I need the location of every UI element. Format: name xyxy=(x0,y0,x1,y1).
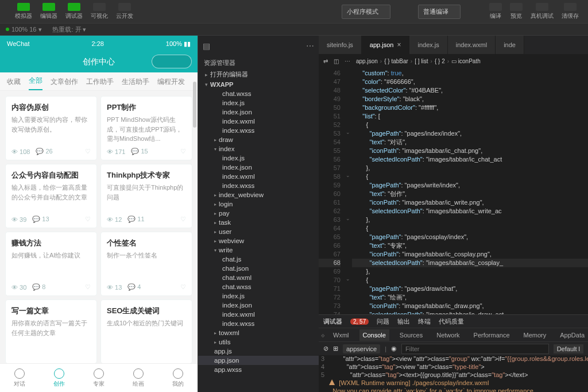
file-index.wxss[interactable]: index.wxss xyxy=(198,181,319,190)
console-filter-input[interactable] xyxy=(401,344,549,354)
editor-tab-index.wxml[interactable]: index.wxml xyxy=(448,36,496,54)
console-level-select[interactable]: Default l xyxy=(554,344,583,353)
toolbar-预览[interactable]: 预览 xyxy=(506,2,526,21)
file-index.js[interactable]: index.js xyxy=(198,291,319,301)
dbg-tab-output[interactable]: 输出 xyxy=(397,317,410,326)
devtools-tab-Sources[interactable]: Sources xyxy=(396,329,426,341)
console-eye-icon[interactable]: ◉ xyxy=(391,345,397,352)
folder-towxml[interactable]: ▸towxml xyxy=(198,328,319,337)
capsule-button[interactable] xyxy=(152,55,192,68)
tabbar-我的[interactable]: 我的 xyxy=(158,364,198,392)
section-open-editors[interactable]: ▸打开的编辑器 xyxy=(198,69,319,80)
tabbar-对话[interactable]: 对话 xyxy=(0,364,40,392)
file-index.wxml[interactable]: index.wxml xyxy=(198,117,319,126)
folder-login[interactable]: ▸login xyxy=(198,199,319,209)
sub-icon-1[interactable]: ⇄ xyxy=(323,58,328,64)
toolbar-真机调试[interactable]: 真机调试 xyxy=(527,2,557,21)
toolbar-可视化[interactable]: 可视化 xyxy=(87,2,111,21)
code-area[interactable]: 4647484950515253545556575859606162636465… xyxy=(319,68,588,314)
heart-icon[interactable]: ♡ xyxy=(180,283,186,291)
folder-draw[interactable]: ▸draw xyxy=(198,135,319,144)
folder-index_webview[interactable]: ▸index_webview xyxy=(198,190,319,199)
folder-pay[interactable]: ▸pay xyxy=(198,209,319,218)
editor-tab-inde[interactable]: inde xyxy=(496,36,524,54)
editor-tab-index.js[interactable]: index.js xyxy=(409,36,447,54)
folder-utils[interactable]: ▸utils xyxy=(198,337,319,347)
dbg-tab-debugger[interactable]: 调试器 xyxy=(323,317,342,326)
file-chat.wxss[interactable]: chat.wxss xyxy=(198,89,319,98)
file-index.js[interactable]: index.js xyxy=(198,98,319,107)
file-index.json[interactable]: index.json xyxy=(198,301,319,310)
card[interactable]: Thinkphp技术专家可直接提问关于Thinkphp的问题👁 12💬 11♡ xyxy=(101,164,192,228)
tabbar-绘画[interactable]: 绘画 xyxy=(118,364,158,392)
nav-tab-5[interactable]: 编程开发 xyxy=(157,74,185,90)
toolbar-云开发[interactable]: 云开发 xyxy=(113,2,137,21)
devtools-tab-Memory[interactable]: Memory xyxy=(520,329,550,341)
file-index.json[interactable]: index.json xyxy=(198,107,319,117)
nav-tab-3[interactable]: 工作助手 xyxy=(86,74,114,90)
file-index.wxss[interactable]: index.wxss xyxy=(198,319,319,328)
file-index.wxml[interactable]: index.wxml xyxy=(198,310,319,319)
folder-user[interactable]: ▸user xyxy=(198,227,319,236)
dbg-tab-terminal[interactable]: 终端 xyxy=(418,317,431,326)
toolbar-编译[interactable]: 编译 xyxy=(486,2,505,21)
toolbar-调试器[interactable]: 调试器 xyxy=(62,2,86,21)
console-clear-icon[interactable]: ⊘ xyxy=(323,345,328,352)
translate-select[interactable]: 普通编译 xyxy=(418,5,461,19)
folder-write[interactable]: ▾write xyxy=(198,245,319,255)
dbg-tab-problems[interactable]: 问题 xyxy=(377,317,389,326)
file-app.json[interactable]: app.json xyxy=(198,356,319,365)
toolbar-模拟器[interactable]: 模拟器 xyxy=(11,2,36,21)
heart-icon[interactable]: ♡ xyxy=(85,148,91,155)
close-icon[interactable]: × xyxy=(397,41,401,49)
editor-tab-siteinfo.js[interactable]: siteinfo.js xyxy=(319,36,362,54)
sub-icon-3[interactable]: ⋯ xyxy=(345,58,350,64)
card[interactable]: 赚钱方法如何赚钱，让AI给你建议👁 30💬 8♡ xyxy=(6,232,96,295)
breadcrumb[interactable]: app.json›{ } tabBar›[ ] list›{ } 2›▭ ico… xyxy=(356,58,583,64)
file-chat.wxml[interactable]: chat.wxml xyxy=(198,273,319,282)
folder-task[interactable]: ▸task xyxy=(198,218,319,227)
card[interactable]: 内容伪原创输入需要改写的内容，帮你改写做伪原创。👁 108💬 26♡ xyxy=(6,97,96,160)
file-index.js[interactable]: index.js xyxy=(198,153,319,163)
folder-webview[interactable]: ▸webview xyxy=(198,236,319,245)
console-context[interactable]: appservice xyxy=(343,344,380,353)
file-chat.wxss[interactable]: chat.wxss xyxy=(198,282,319,291)
devtools-tab-Performance[interactable]: Performance xyxy=(470,329,513,341)
file-index.wxss[interactable]: index.wxss xyxy=(198,126,319,135)
nav-tab-4[interactable]: 生活助手 xyxy=(122,74,149,90)
card[interactable]: PPT制作PPT MindShow源代码生成，可直接生成PPT源码，需与Mind… xyxy=(101,97,192,160)
nav-tab-1[interactable]: 全部 xyxy=(29,72,42,90)
dbg-tab-quality[interactable]: 代码质量 xyxy=(439,317,464,326)
heart-icon[interactable]: ♡ xyxy=(85,283,91,291)
explorer-files-icon[interactable]: ▤ xyxy=(203,41,210,51)
file-chat.json[interactable]: chat.json xyxy=(198,264,319,273)
nav-tab-0[interactable]: 收藏 xyxy=(7,74,21,90)
sub-icon-2[interactable]: ◫ xyxy=(334,58,339,64)
devtools-tab-AppData[interactable]: AppData xyxy=(556,329,588,341)
file-chat.js[interactable]: chat.js xyxy=(198,255,319,264)
devtools-tab-Console[interactable]: Console xyxy=(359,329,389,341)
explorer-more-icon[interactable]: ⋯ xyxy=(306,41,314,51)
editor-tab-app.json[interactable]: app.json× xyxy=(362,36,410,54)
section-project[interactable]: ▾WXAPP xyxy=(198,80,319,89)
file-app.wxss[interactable]: app.wxss xyxy=(198,365,319,374)
folder-index[interactable]: ▾index xyxy=(198,144,319,153)
toolbar-编辑器[interactable]: 编辑器 xyxy=(37,2,61,21)
file-index.json[interactable]: index.json xyxy=(198,163,319,172)
card[interactable]: 个性签名制作一条个性签名👁 13💬 4♡ xyxy=(101,232,192,295)
devtools-tab-Wxml[interactable]: Wxml xyxy=(330,329,353,341)
heart-icon[interactable]: ♡ xyxy=(180,216,186,223)
card[interactable]: 写一篇文章用你喜欢的语言写一篇关于任何主题的文章 xyxy=(6,300,96,363)
nav-tab-2[interactable]: 文章创作 xyxy=(51,74,78,90)
devtools-inspect-icon[interactable]: ⟐ xyxy=(321,332,325,339)
console-top-icon[interactable]: ⊞ xyxy=(333,345,338,352)
mode-select[interactable]: 小程序模式 xyxy=(342,5,390,19)
tabbar-创作[interactable]: 创作 xyxy=(40,364,79,392)
file-index.wxml[interactable]: index.wxml xyxy=(198,172,319,181)
card[interactable]: 公众号内容自动配图输入标题，给你一篇高质量的公众号并自动配文的文章👁 39💬 1… xyxy=(6,164,96,228)
tabbar-专家[interactable]: 专家 xyxy=(79,364,119,392)
heart-icon[interactable]: ♡ xyxy=(180,148,186,155)
devtools-tab-Network[interactable]: Network xyxy=(433,329,463,341)
toolbar-清缓存[interactable]: 清缓存 xyxy=(558,2,582,21)
file-app.js[interactable]: app.js xyxy=(198,347,319,356)
